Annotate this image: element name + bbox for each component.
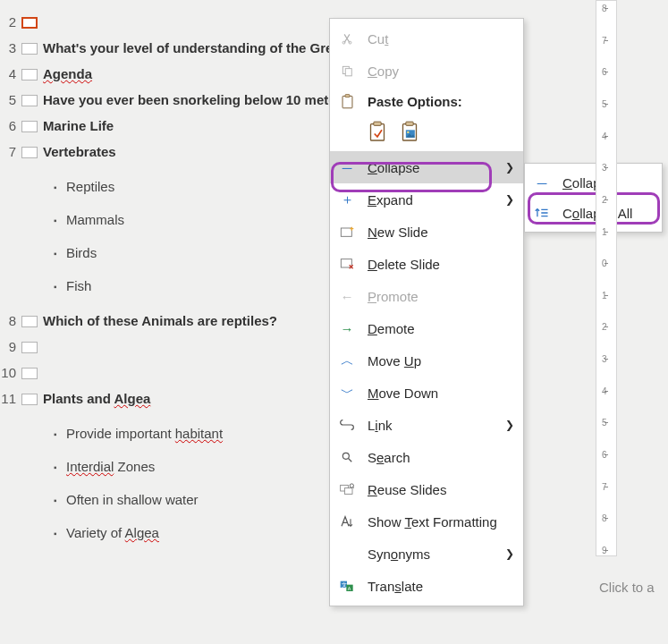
slide-thumb[interactable]: [21, 147, 38, 158]
translate-icon: 文A: [339, 580, 355, 592]
collapse-submenu: ─ Collapse Collapse All: [524, 163, 663, 233]
slide-thumb[interactable]: [21, 95, 38, 106]
svg-text:A: A: [348, 586, 351, 591]
svg-rect-9: [406, 122, 413, 125]
slide-thumb[interactable]: [21, 316, 38, 327]
slide-title[interactable]: Marine Life: [43, 118, 114, 133]
svg-text:文: 文: [342, 581, 347, 588]
menu-demote-label: Demote: [368, 321, 415, 336]
slide-placeholder-text: Click to a: [599, 580, 655, 595]
ruler-label: 8: [602, 4, 607, 13]
menu-search[interactable]: Search: [330, 441, 523, 473]
cut-icon: [339, 32, 355, 45]
slide-number: 6: [0, 118, 16, 133]
menu-new-label: New Slide: [368, 225, 428, 240]
slide-number: 8: [0, 313, 16, 328]
menu-translate-label: Translate: [368, 579, 423, 594]
minus-icon: ─: [339, 160, 355, 175]
menu-copy[interactable]: Copy: [330, 55, 523, 87]
paste-header-label: Paste Options:: [368, 94, 462, 109]
menu-promote[interactable]: ← Promote: [330, 280, 523, 312]
slide-thumb[interactable]: [21, 69, 38, 80]
ruler-label: 2: [602, 322, 607, 332]
menu-promote-label: Promote: [368, 289, 419, 304]
ruler-label: 6: [602, 450, 607, 460]
slide-title[interactable]: Have you ever been snorkeling below 10 m…: [43, 92, 357, 107]
ruler-label: 2: [602, 194, 607, 204]
reuse-icon: [339, 483, 355, 496]
slide-title[interactable]: Plants and Algea: [43, 391, 150, 406]
chevron-up-icon: ︿: [339, 352, 355, 369]
paste-option-keep-source[interactable]: [368, 120, 387, 143]
menu-movedown-label: Move Down: [368, 386, 438, 401]
collapse-all-icon: [534, 207, 550, 219]
svg-rect-12: [341, 228, 351, 236]
formatting-icon: [339, 515, 355, 528]
menu-link-label: Link: [368, 418, 393, 433]
slide-number: 9: [0, 339, 16, 354]
slide-thumb[interactable]: [21, 121, 38, 132]
ruler-label: 7: [602, 481, 607, 491]
chevron-right-icon: ❯: [505, 193, 514, 206]
slide-thumb[interactable]: [21, 368, 38, 379]
svg-rect-16: [344, 488, 352, 495]
slide-thumb[interactable]: [21, 394, 38, 405]
menu-reuse-slides[interactable]: Reuse Slides: [330, 473, 523, 505]
menu-search-label: Search: [368, 450, 410, 465]
svg-point-0: [342, 41, 345, 44]
menu-translate[interactable]: 文A Translate: [330, 570, 523, 602]
arrow-left-icon: ←: [339, 289, 355, 304]
svg-point-14: [342, 453, 349, 459]
vertical-ruler: 876543210123456789: [596, 0, 617, 556]
menu-collapse[interactable]: ─ Collapse ❯: [330, 151, 523, 183]
menu-cut-label: Cut: [368, 31, 388, 47]
menu-synonyms-label: Synonyms: [368, 547, 430, 562]
slide-title[interactable]: Agenda: [43, 66, 92, 81]
svg-rect-4: [342, 96, 352, 107]
new-slide-icon: [339, 225, 355, 238]
slide-number: 2: [0, 14, 16, 30]
submenu-collapse[interactable]: ─ Collapse: [525, 167, 662, 198]
ruler-label: 6: [602, 67, 607, 77]
slide-title[interactable]: Vertebrates: [43, 144, 116, 159]
slide-number: 4: [0, 66, 16, 81]
menu-collapse-label: Collapse: [368, 160, 419, 175]
menu-moveup-label: Move Up: [368, 353, 421, 369]
menu-text-formatting[interactable]: Show Text Formatting: [330, 505, 523, 538]
menu-new-slide[interactable]: New Slide: [330, 216, 523, 248]
menu-delete-label: Delete Slide: [368, 257, 440, 272]
minus-icon: ─: [534, 175, 550, 191]
chevron-right-icon: ❯: [505, 419, 514, 431]
ruler-label: 0: [602, 258, 607, 268]
arrow-right-icon: →: [339, 321, 355, 336]
slide-thumb[interactable]: [21, 17, 38, 29]
ruler-label: 4: [602, 131, 607, 140]
menu-expand[interactable]: ＋ Expand ❯: [330, 183, 523, 216]
ruler-label: 3: [602, 354, 607, 364]
slide-thumb[interactable]: [21, 43, 38, 55]
menu-paste-header: Paste Options:: [330, 87, 523, 115]
menu-synonyms[interactable]: Synonyms ❯: [330, 538, 523, 570]
menu-formatting-label: Show Text Formatting: [368, 514, 497, 530]
ruler-label: 1: [602, 290, 607, 300]
svg-point-11: [407, 131, 409, 133]
submenu-collapse-all[interactable]: Collapse All: [525, 198, 662, 228]
ruler-label: 7: [602, 35, 607, 45]
menu-move-up[interactable]: ︿ Move Up: [330, 344, 523, 377]
paste-option-picture[interactable]: [400, 120, 419, 143]
menu-move-down[interactable]: ﹀ Move Down: [330, 377, 523, 409]
slide-thumb[interactable]: [21, 342, 38, 353]
ruler-label: 8: [602, 513, 607, 523]
menu-cut[interactable]: Cut: [330, 22, 523, 55]
menu-link[interactable]: Link ❯: [330, 409, 523, 441]
menu-delete-slide[interactable]: Delete Slide: [330, 248, 523, 280]
slide-number: 11: [0, 391, 16, 406]
ruler-label: 5: [602, 98, 607, 108]
menu-copy-label: Copy: [368, 64, 399, 79]
svg-rect-6: [371, 124, 385, 140]
svg-rect-7: [374, 122, 381, 125]
slide-title[interactable]: Which of these Animals are reptiles?: [43, 313, 277, 328]
search-icon: [339, 451, 355, 463]
menu-demote[interactable]: → Demote: [330, 312, 523, 344]
paste-icon: [339, 94, 355, 109]
